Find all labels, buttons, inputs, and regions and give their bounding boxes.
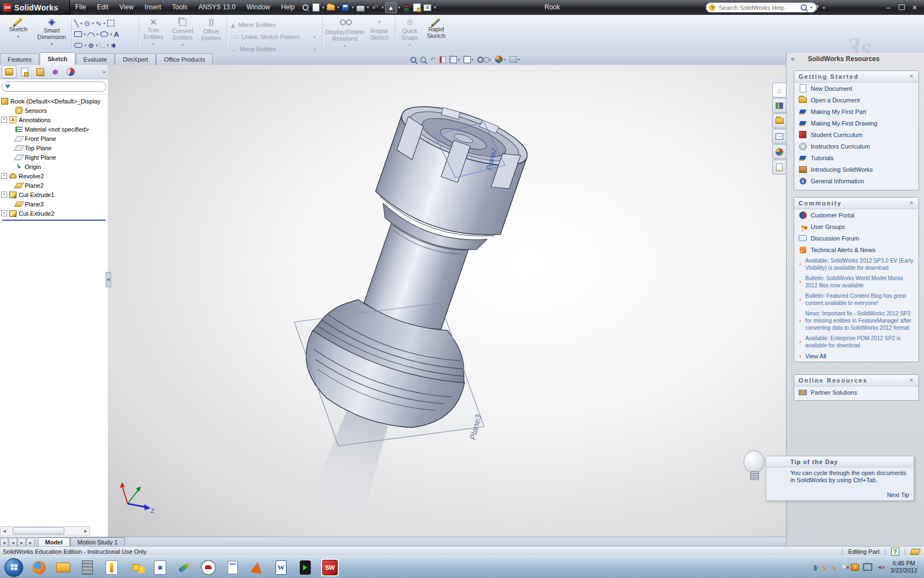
tree-filter-input[interactable] <box>13 83 103 90</box>
motion-study-tab[interactable]: Motion Study 1 <box>70 537 125 547</box>
alert-icon[interactable]: ! <box>851 564 859 571</box>
tree-item-origin[interactable]: ↳ Origin <box>8 162 108 171</box>
move-entities-caret-icon[interactable]: ▾ <box>314 47 316 52</box>
minimize-button[interactable]: – <box>882 3 894 12</box>
expand-icon[interactable]: + <box>1 210 7 216</box>
network-icon[interactable] <box>863 563 872 571</box>
start-button[interactable] <box>4 558 23 577</box>
getting-started-header[interactable]: Getting Started « <box>794 71 919 83</box>
collapse-section-icon[interactable]: « <box>909 201 915 205</box>
collapse-section-icon[interactable]: « <box>909 378 915 383</box>
print-icon[interactable] <box>356 3 365 12</box>
link-first-drawing[interactable]: Making My First Drawing <box>794 117 919 129</box>
community-header[interactable]: Community « <box>794 198 919 209</box>
tree-item-plane3[interactable]: Plane3 <box>8 199 108 209</box>
save-caret-icon[interactable]: ▾ <box>352 5 354 10</box>
slot-tool-icon[interactable] <box>74 43 82 48</box>
tree-item-cut-extrude2[interactable]: + Cut-Extrude2 <box>1 209 108 218</box>
quick-snaps-button[interactable]: ◎ Quick Snaps ▾ <box>398 17 421 51</box>
tab-sketch[interactable]: Sketch <box>40 52 75 65</box>
tree-item-sensors[interactable]: Sensors <box>8 106 108 115</box>
collapse-pane-icon[interactable]: « <box>791 55 795 63</box>
taskbar-solidworks-icon[interactable]: SW <box>321 559 339 576</box>
ellipse-caret-icon[interactable]: ▾ <box>110 32 112 37</box>
trim-entities-button[interactable]: Trim Entities ▾ <box>141 17 166 51</box>
view-all-link[interactable]: ›View All <box>794 351 919 362</box>
tab-office-products[interactable]: Office Products <box>156 53 213 65</box>
restore-button[interactable] <box>895 3 908 12</box>
quick-snaps-caret-icon[interactable]: ▾ <box>409 42 411 47</box>
repair-sketch-button[interactable]: + Repair Sketch <box>366 17 393 51</box>
property-manager-tab[interactable] <box>17 66 32 78</box>
spline-tool-icon[interactable]: ∿ <box>96 20 102 27</box>
trim-caret-icon[interactable]: ▾ <box>152 42 155 47</box>
tab-features[interactable]: Features <box>0 53 39 65</box>
sketch-text-tool-icon[interactable]: A <box>114 31 119 38</box>
quick-help-icon[interactable]: ? <box>891 548 899 556</box>
link-technical-alerts[interactable]: Technical Alerts & News <box>794 244 919 255</box>
taskbar-tool-app-icon[interactable] <box>176 559 193 576</box>
smart-dimension-button[interactable]: ◈ Smart Dimension ▾ <box>34 17 69 51</box>
search-commands-icon[interactable] <box>301 3 310 12</box>
previous-view-icon[interactable]: ↶ <box>430 56 436 63</box>
pattern-star-icon[interactable]: ∗ <box>111 42 117 49</box>
taskbar-yellow-app-icon[interactable] <box>128 559 144 576</box>
tree-item-annotations[interactable]: + A Annotations <box>1 115 108 124</box>
taskbar-diagram-app-icon[interactable]: ▣ <box>152 559 168 576</box>
link-customer-portal[interactable]: Customer Portal <box>794 209 919 221</box>
options-caret-icon[interactable]: ▾ <box>434 5 436 10</box>
menu-view[interactable]: View <box>114 0 139 15</box>
link-first-part[interactable]: Making My First Part <box>794 106 919 117</box>
link-general-information[interactable]: iGeneral Information <box>794 175 919 187</box>
next-study-icon[interactable]: ▶ <box>18 538 26 547</box>
prev-study-icon[interactable]: ◀ <box>9 538 17 547</box>
model-tab[interactable]: Model <box>38 537 70 547</box>
tree-item-front-plane[interactable]: Front Plane <box>8 134 108 143</box>
arc-caret-icon[interactable]: ▾ <box>96 32 98 37</box>
custom-properties-tab[interactable] <box>772 160 786 175</box>
menu-ansys[interactable]: ANSYS 13.0 <box>193 0 241 15</box>
help-caret-icon[interactable]: ▾ <box>823 6 825 10</box>
view-orientation-icon[interactable]: ▾ <box>450 56 460 63</box>
display-relations-caret-icon[interactable]: ▾ <box>344 43 346 48</box>
linear-pattern-caret-icon[interactable]: ▾ <box>314 35 316 40</box>
search-icon[interactable] <box>801 4 807 10</box>
usb-device-icon[interactable]: ▮✓ <box>813 564 817 571</box>
help-button[interactable]: ? <box>813 3 821 12</box>
taskbar-firefox-icon[interactable] <box>31 559 47 576</box>
menu-edit[interactable]: Edit <box>91 0 114 15</box>
action-center-icon[interactable]: ⚑× <box>841 564 848 571</box>
tab-dimxpert[interactable]: DimXpert <box>115 53 156 65</box>
last-study-icon[interactable]: ▶ <box>26 538 35 547</box>
tags-icon[interactable] <box>910 549 921 555</box>
offset-entities-button[interactable]: )) Offset Entities <box>199 17 223 51</box>
tab-evaluate[interactable]: Evaluate <box>76 53 115 65</box>
rectangle-caret-icon[interactable]: ▾ <box>84 32 86 37</box>
news-item[interactable]: ›Bulletin: SolidWorks World Model Mania … <box>794 273 919 291</box>
smart-dimension-caret-icon[interactable]: ▾ <box>51 42 53 47</box>
circle-caret-icon[interactable]: ▾ <box>92 21 94 26</box>
news-item[interactable]: ›Available: SolidWorks 2012 SP3.0 EV (Ea… <box>794 255 919 273</box>
expand-icon[interactable]: + <box>1 117 7 123</box>
view-settings-icon[interactable]: ▾ <box>509 56 520 63</box>
configuration-manager-tab[interactable] <box>32 66 47 78</box>
tree-item-revolve2[interactable]: + Revolve2 <box>1 171 108 181</box>
display-manager-tab[interactable] <box>63 66 78 78</box>
dimxpert-manager-tab[interactable]: ⊕ <box>48 66 63 78</box>
next-tip-link[interactable]: Next Tip <box>887 492 909 498</box>
tree-root[interactable]: Rook (Default<<Default>_Display <box>1 96 108 106</box>
news-item[interactable]: ›News: Important fix - SolidWorks 2012 S… <box>794 308 919 333</box>
fillet-tool-icon[interactable] <box>100 42 105 48</box>
link-tutorials[interactable]: Tutorials <box>794 152 919 163</box>
file-explorer-tab[interactable] <box>772 113 786 128</box>
options-icon[interactable] <box>413 3 422 12</box>
online-resources-header[interactable]: Online Resources « <box>794 375 919 386</box>
news-item[interactable]: ›Available: Enterprise PDM 2012 SP2 is a… <box>794 333 919 351</box>
link-discussion-forum[interactable]: Discussion Forum <box>794 232 919 244</box>
linear-pattern-button[interactable]: ∷∷ Linear Sketch Pattern <box>231 31 314 42</box>
close-button[interactable]: × <box>909 3 921 12</box>
expand-icon[interactable]: + <box>1 192 7 198</box>
tree-item-plane2[interactable]: Plane2 <box>8 181 108 190</box>
scroll-right-icon[interactable]: ▶ <box>82 527 90 535</box>
design-library-tab[interactable] <box>772 98 786 113</box>
